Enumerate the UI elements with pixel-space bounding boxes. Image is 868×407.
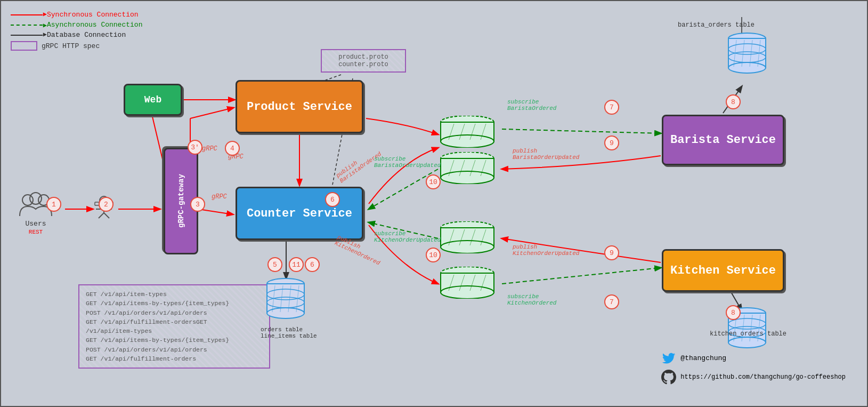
web-service-label: Web bbox=[144, 94, 161, 105]
publish-kitchen-updated-label: publishKitchenOrderUpdated bbox=[513, 244, 579, 257]
rest-label: REST bbox=[17, 229, 54, 235]
proto-line2: counter.proto bbox=[327, 61, 400, 68]
github-row: https://github.com/thangchung/go-coffees… bbox=[661, 370, 846, 385]
badge-5: 5 bbox=[267, 257, 282, 272]
svg-line-14 bbox=[369, 169, 438, 209]
svg-line-2 bbox=[198, 209, 233, 214]
badge-3p: 3' bbox=[188, 140, 202, 155]
subscribe-kitchen-ordered-label: subscribeKitchenOrdered bbox=[507, 293, 556, 306]
mq-barista-ordered bbox=[438, 116, 497, 150]
svg-line-5 bbox=[150, 108, 164, 164]
product-service: Product Service bbox=[236, 80, 363, 133]
badge-6b: 6 bbox=[325, 192, 340, 207]
product-service-label: Product Service bbox=[247, 100, 352, 114]
legend-db-label: Database Connection bbox=[47, 31, 126, 39]
badge-2: 2 bbox=[99, 197, 113, 212]
svg-line-25 bbox=[104, 213, 109, 218]
badge-10a: 10 bbox=[426, 174, 441, 189]
svg-point-18 bbox=[22, 195, 33, 205]
users-icon: Users REST bbox=[17, 190, 54, 235]
svg-line-24 bbox=[99, 213, 104, 218]
badge-10b: 10 bbox=[426, 248, 441, 262]
legend-async-label: Asynchronous Connection bbox=[47, 21, 142, 29]
grpc-label-2: gRPC bbox=[212, 193, 227, 201]
svg-point-42 bbox=[441, 171, 494, 184]
badge-1: 1 bbox=[46, 197, 61, 212]
badge-6a: 6 bbox=[305, 257, 320, 272]
svg-point-51 bbox=[441, 241, 494, 253]
badge-7a: 7 bbox=[604, 100, 619, 115]
twitter-handle: @thangchung bbox=[680, 354, 726, 362]
barista-service-label: Barista Service bbox=[670, 133, 776, 147]
counter-service-label: Counter Service bbox=[247, 207, 352, 220]
publish-barista-updated-label: publishBaristaOrderUpdated bbox=[513, 148, 579, 161]
proto-line1: product.proto bbox=[327, 53, 400, 61]
badge-8a: 8 bbox=[726, 94, 741, 109]
legend-grpc: gRPC HTTP spec bbox=[11, 41, 142, 51]
web-service: Web bbox=[124, 84, 182, 116]
barista-db-label: barista_orders table bbox=[678, 21, 755, 29]
counter-service: Counter Service bbox=[236, 187, 363, 240]
badge-3: 3 bbox=[190, 197, 205, 212]
badge-9a: 9 bbox=[604, 135, 619, 150]
svg-point-33 bbox=[441, 135, 494, 148]
badge-9b: 9 bbox=[604, 245, 619, 260]
api-line-7: POST /v1/api/orders/v1/api/orders bbox=[86, 345, 263, 354]
api-line-8: GET /v1/api/fulfillment-orders bbox=[86, 354, 263, 363]
svg-point-60 bbox=[441, 286, 494, 299]
badge-8b: 8 bbox=[726, 305, 741, 320]
badge-11: 11 bbox=[289, 257, 304, 272]
subscribe-barista-updated-label: subscribeBaristaOrderUpdated bbox=[374, 156, 441, 169]
barista-service: Barista Service bbox=[662, 115, 784, 165]
users-label: Users bbox=[17, 220, 54, 228]
barista-db bbox=[726, 30, 768, 81]
legend-async: Asynchronous Connection bbox=[11, 21, 142, 29]
legend-db: Database Connection bbox=[11, 31, 142, 39]
api-line-4: GET /v1/api/fulfillment-ordersGET bbox=[86, 317, 263, 326]
mq-barista-updated bbox=[438, 152, 497, 187]
api-line-2: GET /v1/api/items-by-types/{item_types} bbox=[86, 299, 263, 308]
legend-sync: Synchronous Connection bbox=[11, 11, 142, 19]
api-line-5: /v1/api/item-types bbox=[86, 326, 263, 336]
kitchen-db-label: kitchen_orders table bbox=[710, 330, 786, 338]
legend: Synchronous Connection Asynchronous Conn… bbox=[11, 11, 142, 53]
subscribe-barista-ordered-label: subscribeBaristaOrdered bbox=[507, 99, 556, 111]
api-line-3: POST /v1/api/orders/v1/api/orders bbox=[86, 308, 263, 317]
subscribe-kitchen-updated-label: subscribeKitchenOrderUpdated bbox=[374, 230, 441, 243]
kitchen-service: Kitchen Service bbox=[662, 249, 784, 292]
counter-db-label: orders tableline_items table bbox=[261, 326, 317, 339]
legend-grpc-label: gRPC HTTP spec bbox=[42, 42, 100, 50]
grpc-gateway-label: gRPC-gateway bbox=[177, 174, 185, 228]
mq-kitchen-ordered bbox=[438, 267, 497, 301]
github-url: https://github.com/thangchung/go-coffees… bbox=[680, 373, 846, 381]
svg-line-16 bbox=[502, 268, 661, 284]
kitchen-service-label: Kitchen Service bbox=[670, 264, 776, 277]
svg-line-11 bbox=[502, 129, 661, 133]
svg-line-4 bbox=[190, 108, 233, 118]
grpc-proto-box: product.proto counter.proto bbox=[321, 49, 406, 73]
diagram-container: Synchronous Connection Asynchronous Conn… bbox=[0, 0, 868, 407]
badge-4: 4 bbox=[225, 141, 240, 156]
twitter-row: @thangchung bbox=[661, 350, 846, 365]
api-line-1: GET /v1/api/item-types bbox=[86, 290, 263, 299]
api-line-6: GET /v1/api/items-by-types/{item_types} bbox=[86, 336, 263, 345]
legend-sync-label: Synchronous Connection bbox=[47, 11, 139, 19]
badge-7b: 7 bbox=[604, 294, 619, 309]
counter-db bbox=[264, 276, 307, 326]
api-spec-box: GET /v1/api/item-types GET /v1/api/items… bbox=[78, 284, 270, 369]
mq-kitchen-updated bbox=[438, 221, 497, 256]
svg-point-19 bbox=[30, 193, 42, 204]
grpc-label-1: gRPC bbox=[202, 145, 217, 153]
social-area: @thangchung https://github.com/thangchun… bbox=[661, 350, 846, 385]
